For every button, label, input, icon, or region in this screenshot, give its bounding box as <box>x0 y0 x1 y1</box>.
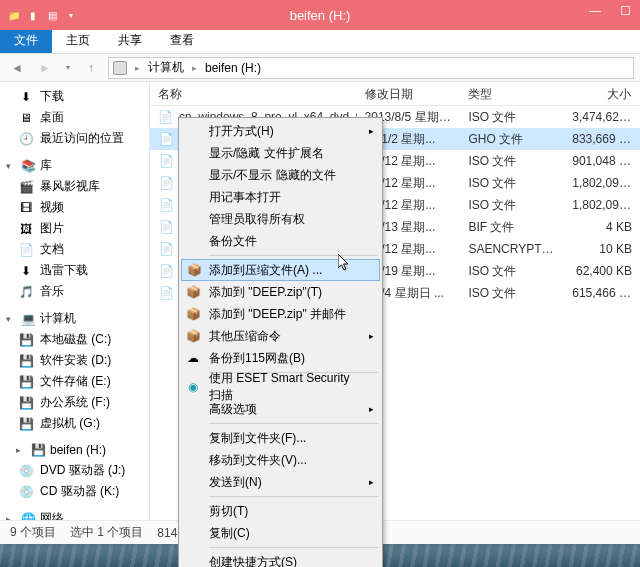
ctx-add-archive[interactable]: 📦添加到压缩文件(A) ... <box>181 259 380 281</box>
sidebar-videos[interactable]: 🎞视频 <box>0 197 149 218</box>
sidebar-dvd[interactable]: 💿DVD 驱动器 (J:) <box>0 460 149 481</box>
sidebar-pictures[interactable]: 🖼图片 <box>0 218 149 239</box>
drive-icon: 💾 <box>30 442 46 458</box>
cell-size: 3,474,624... <box>564 110 640 124</box>
cell-type: ISO 文件 <box>460 263 564 280</box>
cell-type: GHO 文件 <box>460 131 564 148</box>
file-icon: 📄 <box>158 263 174 279</box>
crumb-computer[interactable]: 计算机 <box>144 59 188 76</box>
cell-type: ISO 文件 <box>460 285 564 302</box>
chevron-down-icon[interactable]: ▾ <box>6 314 16 324</box>
chevron-right-icon[interactable]: ▸ <box>192 63 197 73</box>
ctx-show-hidden[interactable]: 显示/不显示 隐藏的文件 <box>181 164 380 186</box>
col-size[interactable]: 大小 <box>564 82 640 105</box>
chevron-right-icon: ▸ <box>369 126 374 136</box>
ctx-show-ext[interactable]: 显示/隐藏 文件扩展名 <box>181 142 380 164</box>
status-count: 9 个项目 <box>10 524 56 541</box>
chevron-right-icon[interactable]: ▸ <box>6 514 16 521</box>
history-dropdown[interactable]: ▾ <box>62 57 74 79</box>
ctx-copy-to[interactable]: 复制到文件夹(F)... <box>181 427 380 449</box>
file-icon: 📄 <box>158 131 174 147</box>
ctx-open-with[interactable]: 打开方式(H)▸ <box>181 120 380 142</box>
back-button[interactable]: ◄ <box>6 57 28 79</box>
titlebar[interactable]: 📁 ▮ ▤ ▾ beifen (H:) — ☐ <box>0 0 640 30</box>
network-icon: 🌐 <box>20 511 36 521</box>
cell-type: ISO 文件 <box>460 109 564 126</box>
sidebar-xunlei[interactable]: ⬇迅雷下载 <box>0 260 149 281</box>
archive-icon: 📦 <box>185 306 201 322</box>
ctx-other-zip[interactable]: 📦其他压缩命令▸ <box>181 325 380 347</box>
chevron-right-icon[interactable]: ▸ <box>16 445 26 455</box>
sidebar-drive-e[interactable]: 💾文件存储 (E:) <box>0 371 149 392</box>
shield-icon: ◉ <box>185 379 201 395</box>
ctx-notepad[interactable]: 用记事本打开 <box>181 186 380 208</box>
file-icon: 📄 <box>158 241 174 257</box>
sidebar-music[interactable]: 🎵音乐 <box>0 281 149 302</box>
sidebar-network[interactable]: ▸🌐网络 <box>0 508 149 520</box>
drive-icon: 💾 <box>18 374 34 390</box>
col-date[interactable]: 修改日期 <box>357 82 461 105</box>
separator <box>209 255 378 256</box>
cell-size: 10 KB <box>564 242 640 256</box>
tab-home[interactable]: 主页 <box>52 28 104 53</box>
video-icon: 🎞 <box>18 200 34 216</box>
separator <box>209 547 378 548</box>
col-type[interactable]: 类型 <box>460 82 564 105</box>
cell-size: 615,466 KB <box>564 286 640 300</box>
sidebar-recent[interactable]: 🕘最近访问的位置 <box>0 128 149 149</box>
qat-props-icon[interactable]: ▤ <box>44 7 60 23</box>
ctx-advanced[interactable]: 高级选项▸ <box>181 398 380 420</box>
ctx-backup[interactable]: 备份文件 <box>181 230 380 252</box>
sidebar-libraries[interactable]: ▾📚库 <box>0 155 149 176</box>
ctx-eset[interactable]: ◉使用 ESET Smart Security 扫描 <box>181 376 380 398</box>
context-menu: 打开方式(H)▸ 显示/隐藏 文件扩展名 显示/不显示 隐藏的文件 用记事本打开… <box>178 117 383 567</box>
ctx-copy[interactable]: 复制(C) <box>181 522 380 544</box>
cell-size: 62,400 KB <box>564 264 640 278</box>
picture-icon: 🖼 <box>18 221 34 237</box>
minimize-button[interactable]: — <box>580 0 610 22</box>
address-bar[interactable]: ▸ 计算机 ▸ beifen (H:) <box>108 57 634 79</box>
ctx-cut[interactable]: 剪切(T) <box>181 500 380 522</box>
col-name[interactable]: 名称 <box>150 82 357 105</box>
ctx-add-deep[interactable]: 📦添加到 "DEEP.zip"(T) <box>181 281 380 303</box>
cloud-icon: ☁ <box>185 350 201 366</box>
cell-size: 833,669 KB <box>564 132 640 146</box>
chevron-down-icon[interactable]: ▾ <box>6 161 16 171</box>
qat-dropdown-icon[interactable]: ▾ <box>63 7 79 23</box>
sidebar-storm[interactable]: 🎬暴风影视库 <box>0 176 149 197</box>
ctx-move-to[interactable]: 移动到文件夹(V)... <box>181 449 380 471</box>
file-icon: 📄 <box>158 109 173 125</box>
sidebar-drive-f[interactable]: 💾办公系统 (F:) <box>0 392 149 413</box>
forward-button[interactable]: ► <box>34 57 56 79</box>
cell-type: BIF 文件 <box>460 219 564 236</box>
up-button[interactable]: ↑ <box>80 57 102 79</box>
sidebar-computer[interactable]: ▾💻计算机 <box>0 308 149 329</box>
sidebar-cd[interactable]: 💿CD 驱动器 (K:) <box>0 481 149 502</box>
ctx-add-deep-mail[interactable]: 📦添加到 "DEEP.zip" 并邮件 <box>181 303 380 325</box>
archive-icon: 📦 <box>186 262 202 278</box>
sidebar-docs[interactable]: 📄文档 <box>0 239 149 260</box>
chevron-right-icon: ▸ <box>369 331 374 341</box>
tab-view[interactable]: 查看 <box>156 28 208 53</box>
sidebar-drive-c[interactable]: 💾本地磁盘 (C:) <box>0 329 149 350</box>
sidebar-drive-h[interactable]: ▸💾beifen (H:) <box>0 440 149 460</box>
cell-type: ISO 文件 <box>460 175 564 192</box>
cell-size: 1,802,096... <box>564 198 640 212</box>
sidebar-drive-d[interactable]: 💾软件安装 (D:) <box>0 350 149 371</box>
sidebar-downloads[interactable]: ⬇下载 <box>0 86 149 107</box>
maximize-button[interactable]: ☐ <box>610 0 640 22</box>
disc-icon: 💿 <box>18 484 34 500</box>
ctx-shortcut[interactable]: 创建快捷方式(S) <box>181 551 380 567</box>
chevron-right-icon[interactable]: ▸ <box>135 63 140 73</box>
ctx-take-owner[interactable]: 管理员取得所有权 <box>181 208 380 230</box>
tab-share[interactable]: 共享 <box>104 28 156 53</box>
file-icon: 📄 <box>158 197 174 213</box>
crumb-drive[interactable]: beifen (H:) <box>201 61 265 75</box>
ctx-send-to[interactable]: 发送到(N)▸ <box>181 471 380 493</box>
nav-pane[interactable]: ⬇下载 🖥桌面 🕘最近访问的位置 ▾📚库 🎬暴风影视库 🎞视频 🖼图片 📄文档 … <box>0 82 150 520</box>
tab-file[interactable]: 文件 <box>0 28 52 53</box>
sidebar-desktop[interactable]: 🖥桌面 <box>0 107 149 128</box>
download-icon: ⬇ <box>18 263 34 279</box>
ctx-backup-115[interactable]: ☁备份到115网盘(B) <box>181 347 380 369</box>
sidebar-drive-g[interactable]: 💾虚拟机 (G:) <box>0 413 149 434</box>
